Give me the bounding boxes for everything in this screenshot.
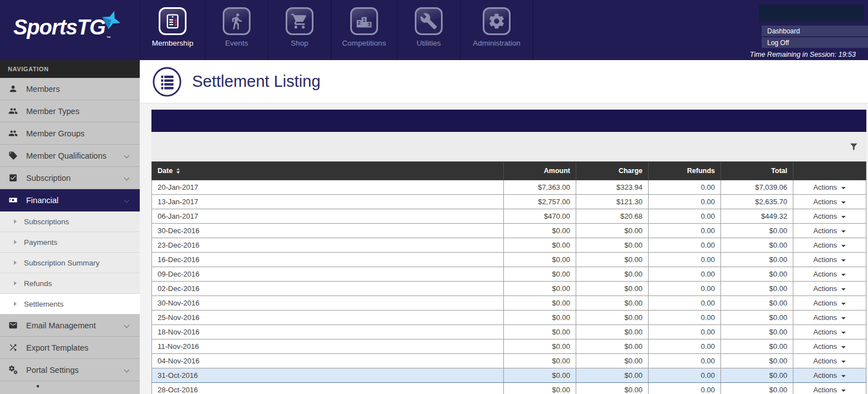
row-actions-button[interactable]: Actions <box>813 226 846 235</box>
cell-date: 30-Nov-2016 <box>152 296 504 311</box>
cell-charge: $0.00 <box>576 325 649 339</box>
table-row[interactable]: 23-Dec-2016 $0.00 $0.00 0.00 $0.00 Actio… <box>152 238 866 253</box>
row-actions-button[interactable]: Actions <box>813 313 846 322</box>
cell-refunds: 0.00 <box>649 383 721 394</box>
table-row[interactable]: 04-Nov-2016 $0.00 $0.00 0.00 $0.00 Actio… <box>152 354 866 368</box>
log-off-menu-item[interactable]: Log Off <box>762 37 868 48</box>
cell-total: $0.00 <box>721 267 793 282</box>
table-row[interactable]: 20-Jan-2017 $7,363.00 $323.94 0.00 $7,03… <box>152 180 866 195</box>
sidebar-subitem-subscriptions[interactable]: Subscriptions <box>0 211 140 232</box>
cell-amount: $0.00 <box>504 282 576 296</box>
row-actions-button[interactable]: Actions <box>813 183 846 191</box>
nav-label: Membership <box>152 39 193 47</box>
filter-bar <box>151 132 866 161</box>
nav-label: Competitions <box>342 39 386 47</box>
table-row[interactable]: 09-Dec-2016 $0.00 $0.00 0.00 $0.00 Actio… <box>152 267 866 282</box>
caret-right-icon <box>14 281 17 285</box>
svg-text:3: 3 <box>367 22 370 27</box>
table-row[interactable]: 25-Nov-2016 $0.00 $0.00 0.00 $0.00 Actio… <box>152 311 866 325</box>
sidebar-item-financial[interactable]: Financial <box>0 189 140 211</box>
filter-funnel-icon[interactable] <box>849 142 859 151</box>
sidebar-item-subscription[interactable]: Subscription <box>0 167 140 189</box>
cell-total: $0.00 <box>721 224 793 238</box>
sidebar-item-member-groups[interactable]: Member Groups <box>0 122 140 145</box>
table-row[interactable]: 02-Dec-2016 $0.00 $0.00 0.00 $0.00 Actio… <box>152 282 866 296</box>
row-actions-button[interactable]: Actions <box>813 241 846 249</box>
row-actions-button[interactable]: Actions <box>813 198 846 206</box>
row-actions-button[interactable]: Actions <box>813 270 846 278</box>
cell-date: 09-Dec-2016 <box>152 267 504 282</box>
cell-actions: Actions <box>793 253 866 267</box>
sidebar-item-export-templates[interactable]: Export Templates <box>0 337 140 359</box>
cell-amount: $0.00 <box>504 311 576 325</box>
column-header-total[interactable]: Total <box>721 162 793 180</box>
cell-date: 23-Dec-2016 <box>152 238 504 253</box>
row-actions-button[interactable]: Actions <box>813 386 846 394</box>
actions-label: Actions <box>813 313 837 322</box>
top-nav-events[interactable]: Events <box>205 0 268 60</box>
chevron-down-icon <box>124 153 130 159</box>
table-row[interactable]: 16-Dec-2016 $0.00 $0.00 0.00 $0.00 Actio… <box>152 253 866 267</box>
sidebar-item-member-qualifications[interactable]: Member Qualifications <box>0 145 140 167</box>
cell-actions: Actions <box>793 209 866 224</box>
table-row[interactable]: 13-Jan-2017 $2,757.00 $121.30 0.00 $2,63… <box>152 195 866 209</box>
cell-charge: $0.00 <box>576 238 649 253</box>
nav-label: Events <box>225 39 248 47</box>
row-actions-button[interactable]: Actions <box>813 284 846 293</box>
top-nav-competitions[interactable]: 1 2 3 Competitions <box>331 0 397 60</box>
row-actions-button[interactable]: Actions <box>813 255 846 264</box>
table-row[interactable]: 30-Nov-2016 $0.00 $0.00 0.00 $0.00 Actio… <box>152 296 866 311</box>
cell-total: $0.00 <box>721 311 793 325</box>
main-content: Settlement Listing Date Amount Charge <box>140 60 868 394</box>
column-header-charge[interactable]: Charge <box>576 162 649 180</box>
cell-date: 20-Jan-2017 <box>152 180 504 195</box>
column-header-date[interactable]: Date <box>152 162 504 180</box>
sidebar-subitem-subscription-summary[interactable]: Subscription Summary <box>0 253 140 273</box>
sidebar-item-member-types[interactable]: Member Types <box>0 100 140 122</box>
table-row[interactable]: 18-Nov-2016 $0.00 $0.00 0.00 $0.00 Actio… <box>152 325 866 339</box>
row-actions-button[interactable]: Actions <box>813 212 846 220</box>
actions-label: Actions <box>813 371 837 380</box>
sidebar-subitem-settlements[interactable]: Settlements <box>0 294 140 314</box>
top-nav-membership[interactable]: Membership <box>140 0 205 60</box>
row-actions-button[interactable]: Actions <box>813 328 846 336</box>
dashboard-menu-item[interactable]: Dashboard <box>762 26 868 37</box>
user-box <box>759 4 864 22</box>
sidebar-item-email-management[interactable]: Email Management <box>0 314 140 337</box>
caret-right-icon <box>14 302 17 306</box>
top-nav-shop[interactable]: Shop <box>268 0 331 60</box>
sidebar-subitem-refunds[interactable]: Refunds <box>0 273 140 294</box>
row-actions-button[interactable]: Actions <box>813 357 846 365</box>
chevron-down-icon <box>124 323 130 328</box>
column-header-refunds[interactable]: Refunds <box>649 162 721 180</box>
sidebar-item-label: Member Types <box>26 107 80 116</box>
top-nav-administration[interactable]: Administration <box>460 0 533 60</box>
caret-right-icon <box>14 260 17 265</box>
dropdown-arrow-icon <box>841 259 846 262</box>
top-nav-utilities[interactable]: Utilities <box>397 0 460 60</box>
sidebar-item-members[interactable]: Members <box>0 78 140 100</box>
cell-date: 18-Nov-2016 <box>152 325 504 339</box>
actions-label: Actions <box>813 357 837 365</box>
table-row[interactable]: 31-Oct-2016 $0.00 $0.00 0.00 $0.00 Actio… <box>152 368 866 383</box>
sidebar-subitem-payments[interactable]: Payments <box>0 232 140 253</box>
cell-refunds: 0.00 <box>649 354 721 368</box>
cell-charge: $0.00 <box>576 311 649 325</box>
cell-refunds: 0.00 <box>649 209 721 224</box>
actions-label: Actions <box>813 386 837 394</box>
table-row[interactable]: 11-Nov-2016 $0.00 $0.00 0.00 $0.00 Actio… <box>152 339 866 354</box>
cell-total: $0.00 <box>721 339 793 354</box>
dropdown-arrow-icon <box>841 216 846 218</box>
row-actions-button[interactable]: Actions <box>813 342 846 351</box>
top-bar: SportsTG™ Membership Events <box>0 0 868 60</box>
table-row[interactable]: 28-Oct-2016 $0.00 $0.00 0.00 $0.00 Actio… <box>152 383 866 394</box>
cell-amount: $7,363.00 <box>504 180 576 195</box>
row-actions-button[interactable]: Actions <box>813 371 846 380</box>
chevron-down-icon <box>124 367 130 373</box>
dropdown-arrow-icon <box>841 187 846 189</box>
table-row[interactable]: 30-Dec-2016 $0.00 $0.00 0.00 $0.00 Actio… <box>152 224 866 238</box>
row-actions-button[interactable]: Actions <box>813 299 846 307</box>
column-header-amount[interactable]: Amount <box>504 162 576 180</box>
sidebar-item-portal-settings[interactable]: Portal Settings <box>0 359 140 381</box>
table-row[interactable]: 06-Jan-2017 $470.00 $20.68 0.00 $449.32 … <box>152 209 866 224</box>
